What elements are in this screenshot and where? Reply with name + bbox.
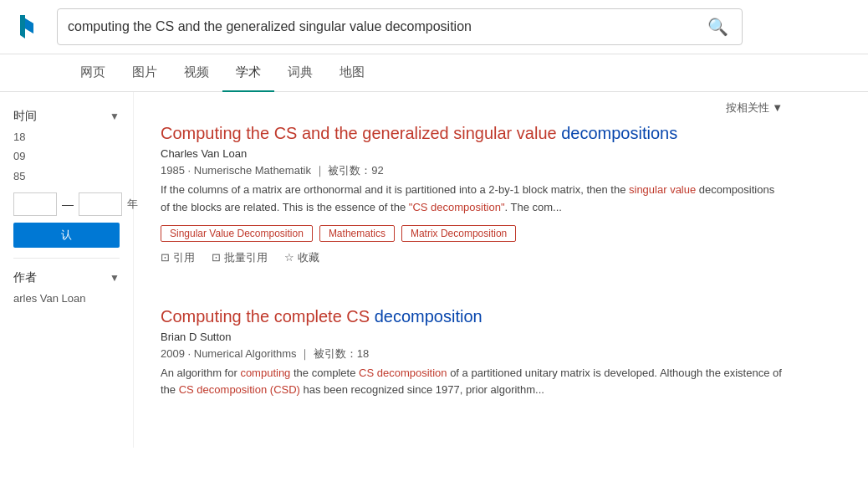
collect-button-1[interactable]: ☆ 收藏 bbox=[284, 250, 319, 265]
cite-icon-1: ⊡ bbox=[161, 251, 170, 264]
sidebar-divider bbox=[13, 258, 120, 259]
cite-label-1: 引用 bbox=[173, 250, 195, 265]
sidebar-number-3: 85 bbox=[13, 167, 120, 186]
batch-cite-button-1[interactable]: ⊡ 批量引用 bbox=[212, 250, 268, 265]
separator-2: ｜ bbox=[299, 347, 314, 360]
tab-web[interactable]: 网页 bbox=[67, 54, 119, 92]
cited-count-1: 92 bbox=[371, 164, 383, 177]
result-year-journal-2: 2009 · Numerical Algorithms bbox=[161, 347, 297, 360]
tab-dict[interactable]: 词典 bbox=[274, 54, 326, 92]
abstract-highlight-1a: singular value bbox=[629, 183, 696, 196]
sort-bar: 按相关性 ▼ bbox=[161, 92, 783, 122]
time-filter-section: 时间 ▼ 18 09 85 — 年 认 bbox=[13, 105, 120, 248]
search-button[interactable]: 🔍 bbox=[704, 13, 732, 40]
result-abstract-2: An algorithm for computing the complete … bbox=[161, 365, 783, 400]
header: 🔍 bbox=[0, 0, 868, 54]
result-abstract-1: If the columns of a matrix are orthonorm… bbox=[161, 182, 783, 217]
main-layout: 时间 ▼ 18 09 85 — 年 认 作者 ▼ arles Van Loan bbox=[0, 92, 868, 448]
abstract-highlight-1b: "CS decomposition" bbox=[409, 201, 505, 213]
author-name-text: arles Van Loan bbox=[13, 289, 120, 308]
result-title-blue-1: decompositions bbox=[561, 124, 677, 142]
sort-label[interactable]: 按相关性 ▼ bbox=[726, 101, 783, 114]
batch-cite-icon-1: ⊡ bbox=[212, 251, 221, 264]
sidebar-number-2: 09 bbox=[13, 146, 120, 166]
cite-button-1[interactable]: ⊡ 引用 bbox=[161, 250, 195, 265]
result-title-red-1: Computing the CS and the generalized sin… bbox=[161, 124, 561, 142]
result-link-1[interactable]: Computing the CS and the generalized sin… bbox=[161, 124, 677, 142]
result-author-1: Charles Van Loan bbox=[161, 147, 247, 160]
result-meta-2: Brian D Sutton bbox=[161, 331, 783, 343]
author-chevron-icon: ▼ bbox=[110, 272, 120, 284]
cited-count-2: 18 bbox=[357, 347, 369, 360]
result-item-2: Computing the complete CS decomposition … bbox=[161, 305, 783, 425]
abstract-highlight-2a: computing bbox=[240, 367, 290, 379]
sidebar-numbers: 18 09 85 bbox=[13, 127, 120, 186]
sidebar-number-1: 18 bbox=[13, 127, 120, 146]
separator-1: ｜ bbox=[314, 164, 329, 177]
tab-images[interactable]: 图片 bbox=[119, 54, 171, 92]
chevron-down-icon: ▼ bbox=[110, 110, 120, 122]
bing-logo bbox=[13, 12, 43, 42]
year-to-input[interactable] bbox=[79, 192, 122, 216]
result-title-2: Computing the complete CS decomposition bbox=[161, 305, 783, 327]
result-year-journal-1: 1985 · Numerische Mathematik bbox=[161, 164, 311, 177]
result-meta-year-2: 2009 · Numerical Algorithms ｜ 被引数：18 bbox=[161, 346, 783, 362]
tab-map[interactable]: 地图 bbox=[326, 54, 378, 92]
search-bar: 🔍 bbox=[57, 8, 743, 45]
tag-math[interactable]: Mathematics bbox=[319, 225, 395, 242]
tag-matrix-decomp[interactable]: Matrix Decomposition bbox=[401, 225, 516, 242]
results-panel: 按相关性 ▼ Computing the CS and the generali… bbox=[134, 92, 803, 448]
nav-tabs: 网页 图片 视频 学术 词典 地图 bbox=[0, 54, 868, 92]
result-title-1: Computing the CS and the generalized sin… bbox=[161, 122, 783, 144]
svg-marker-1 bbox=[25, 18, 33, 33]
time-filter-label[interactable]: 时间 ▼ bbox=[13, 105, 120, 127]
star-icon-1: ☆ bbox=[284, 251, 294, 264]
abstract-highlight-2b: CS decomposition bbox=[359, 367, 447, 379]
author-label-text: 作者 bbox=[13, 270, 37, 285]
result-title-blue-2: decomposition bbox=[375, 307, 483, 326]
search-input[interactable] bbox=[68, 19, 704, 34]
result-author-2: Brian D Sutton bbox=[161, 331, 232, 343]
search-icon: 🔍 bbox=[707, 18, 728, 36]
cited-label-1: 被引数： bbox=[328, 164, 371, 177]
tab-academic[interactable]: 学术 bbox=[222, 54, 274, 92]
result-title-red-2: Computing the complete CS bbox=[161, 307, 375, 326]
batch-cite-label-1: 批量引用 bbox=[224, 250, 268, 265]
confirm-button[interactable]: 认 bbox=[13, 223, 120, 248]
year-range-inputs: — 年 bbox=[13, 192, 120, 216]
tag-svd[interactable]: Singular Value Decomposition bbox=[161, 225, 313, 242]
result-actions-1: ⊡ 引用 ⊡ 批量引用 ☆ 收藏 bbox=[161, 250, 783, 265]
result-meta-1: Charles Van Loan bbox=[161, 147, 783, 160]
abstract-highlight-2c: CS decomposition (CSD) bbox=[179, 383, 300, 396]
year-from-input[interactable] bbox=[13, 192, 57, 216]
sidebar: 时间 ▼ 18 09 85 — 年 认 作者 ▼ arles Van Loan bbox=[0, 92, 134, 448]
author-filter-section: 作者 ▼ arles Van Loan bbox=[13, 267, 120, 308]
result-tags-1: Singular Value Decomposition Mathematics… bbox=[161, 225, 783, 242]
cited-label-2: 被引数： bbox=[314, 347, 357, 360]
result-item-1: Computing the CS and the generalized sin… bbox=[161, 122, 783, 282]
collect-label-1: 收藏 bbox=[298, 250, 319, 265]
author-filter-label[interactable]: 作者 ▼ bbox=[13, 267, 120, 289]
result-meta-year-1: 1985 · Numerische Mathematik ｜ 被引数：92 bbox=[161, 163, 783, 178]
tab-video[interactable]: 视频 bbox=[171, 54, 222, 92]
time-label-text: 时间 bbox=[13, 109, 37, 124]
result-link-2[interactable]: Computing the complete CS decomposition bbox=[161, 307, 483, 326]
year-separator: — bbox=[62, 197, 74, 211]
